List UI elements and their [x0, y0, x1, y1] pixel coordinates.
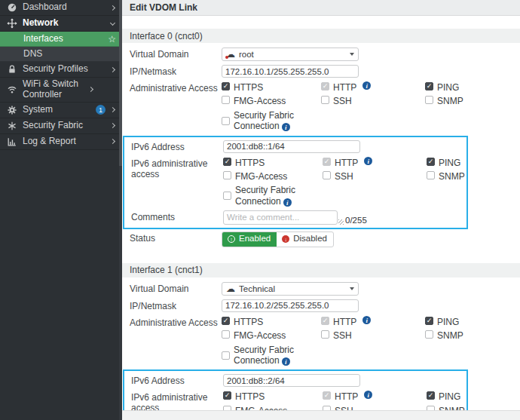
virtual-domain-row: Virtual Domain root: [130, 48, 512, 61]
http-checkbox[interactable]: HTTP: [321, 81, 425, 93]
checkbox-icon: [425, 330, 433, 339]
ip-netmask-input[interactable]: [222, 299, 359, 312]
sidebar-item-log-report[interactable]: Log & Report: [0, 134, 122, 150]
info-icon[interactable]: [283, 198, 292, 207]
ping-checkbox[interactable]: PING: [427, 157, 466, 168]
fmg-access-checkbox[interactable]: FMG-Access: [222, 330, 321, 341]
info-icon[interactable]: [362, 81, 371, 90]
admin-access-options: HTTPS HTTP PING FMG-Access SSH SNMP Secu…: [222, 81, 512, 132]
notification-badge: 1: [96, 105, 106, 115]
info-icon[interactable]: [282, 123, 290, 131]
footer-bar: [122, 410, 520, 420]
checkbox-icon: [223, 391, 231, 400]
page-header: Edit VDOM Link: [122, 0, 520, 16]
security-fabric-connection-checkbox[interactable]: Security Fabric Connection: [223, 184, 323, 207]
ipv6-address-input[interactable]: [223, 374, 360, 387]
ssh-checkbox[interactable]: SSH: [321, 95, 425, 106]
security-fabric-connection-checkbox[interactable]: Security Fabric Connection: [222, 344, 321, 366]
checkbox-icon: [222, 317, 230, 325]
virtual-domain-select[interactable]: root: [222, 48, 359, 61]
virtual-domain-select[interactable]: Technical: [222, 282, 359, 296]
info-icon[interactable]: [362, 316, 371, 324]
security-fabric-connection-checkbox[interactable]: Security Fabric Connection: [222, 109, 321, 132]
sidebar-item-label: Network: [23, 17, 109, 30]
sidebar-item-label: WiFi & Switch Controller: [23, 78, 87, 102]
snmp-checkbox[interactable]: SNMP: [425, 95, 512, 106]
resize-handle-icon[interactable]: [338, 219, 344, 225]
page-title: Edit VDOM Link: [130, 2, 197, 13]
status-disabled-button[interactable]: Disabled: [277, 232, 333, 247]
admin-access-row: Administrative Access HTTPS HTTP PING FM…: [130, 316, 512, 366]
sidebar-item-network[interactable]: Network: [0, 16, 122, 32]
checkbox-icon: [222, 117, 230, 125]
checkbox-icon: [321, 317, 329, 325]
sidebar-item-label: Dashboard: [23, 1, 109, 14]
sidebar-item-wifi-switch-controller[interactable]: WiFi & Switch Controller: [0, 78, 122, 103]
status-row: Status Enabled Disabled: [130, 231, 512, 247]
http-checkbox[interactable]: HTTP: [321, 316, 425, 327]
favorite-star-icon[interactable]: [108, 35, 116, 44]
ip-netmask-input[interactable]: [222, 65, 359, 78]
snmp-checkbox[interactable]: SNMP: [425, 330, 512, 341]
chevron-right-icon: [109, 66, 116, 73]
checkbox-icon: [323, 158, 331, 166]
https-checkbox[interactable]: HTTPS: [223, 391, 323, 402]
sidebar-item-label: System: [23, 103, 96, 117]
dashboard-icon: [6, 2, 18, 14]
sidebar-item-dns[interactable]: DNS: [0, 47, 122, 62]
sidebar-item-label: Security Fabric: [23, 119, 109, 133]
fmg-access-checkbox[interactable]: FMG-Access: [223, 170, 323, 182]
ping-checkbox[interactable]: PING: [425, 316, 512, 327]
sidebar-item-security-fabric[interactable]: Security Fabric: [0, 118, 122, 134]
sidebar-item-security-profiles[interactable]: Security Profiles: [0, 62, 122, 78]
ipv6-address-input[interactable]: [223, 140, 360, 153]
sidebar-item-interfaces[interactable]: Interfaces: [0, 32, 122, 47]
https-checkbox[interactable]: HTTPS: [222, 81, 321, 93]
dropdown-caret-icon: [350, 287, 354, 290]
checkbox-icon: [323, 171, 331, 179]
ping-checkbox[interactable]: PING: [425, 81, 512, 93]
comments-input[interactable]: [223, 210, 338, 225]
chevron-right-icon: [109, 122, 116, 129]
checkbox-icon: [321, 96, 329, 104]
fabric-icon: [6, 120, 18, 132]
status-toggle: Enabled Disabled: [222, 231, 334, 247]
sidebar-item-label: Security Profiles: [23, 63, 109, 76]
info-icon[interactable]: [364, 157, 372, 165]
ssh-checkbox[interactable]: SSH: [321, 330, 425, 341]
field-label: IPv6 administrative access: [131, 157, 223, 179]
ipv6-admin-access-row: IPv6 administrative access HTTPS HTTP PI…: [131, 157, 466, 207]
checkbox-icon: [223, 192, 231, 200]
https-checkbox[interactable]: HTTPS: [222, 316, 321, 327]
http-checkbox[interactable]: HTTP: [323, 391, 427, 402]
fmg-access-checkbox[interactable]: FMG-Access: [222, 95, 321, 106]
sidebar-item-label: Interfaces: [23, 32, 108, 46]
field-label: Administrative Access: [130, 316, 222, 328]
ping-checkbox[interactable]: PING: [427, 391, 466, 402]
snmp-checkbox[interactable]: SNMP: [427, 170, 466, 182]
field-label: Virtual Domain: [130, 48, 222, 60]
vdom-cloud-icon: [226, 50, 235, 59]
checkbox-icon: [222, 330, 230, 339]
info-icon[interactable]: [282, 357, 290, 366]
http-checkbox[interactable]: HTTP: [323, 157, 427, 168]
https-checkbox[interactable]: HTTPS: [223, 157, 323, 168]
selected-vdom: root: [239, 50, 346, 59]
sidebar-item-system[interactable]: System 1: [0, 103, 122, 118]
checkbox-icon: [223, 171, 231, 179]
sidebar-item-dashboard[interactable]: Dashboard: [0, 0, 122, 16]
info-icon[interactable]: [364, 391, 372, 399]
status-enabled-button[interactable]: Enabled: [222, 232, 277, 247]
checkbox-icon: [222, 351, 230, 360]
field-label: Virtual Domain: [130, 282, 222, 294]
ip-netmask-row: IP/Netmask: [130, 299, 512, 312]
chevron-right-icon: [109, 106, 116, 113]
ipv6-address-row: IPv6 Address: [131, 374, 466, 387]
comments-row: Comments 0/255: [131, 210, 466, 225]
section-header: Interface 1 (cnct1): [122, 263, 520, 277]
field-label: Administrative Access: [130, 81, 222, 94]
field-label: IPv6 Address: [131, 140, 223, 152]
field-label: IP/Netmask: [130, 65, 222, 77]
ssh-checkbox[interactable]: SSH: [323, 170, 427, 182]
checkbox-icon: [222, 82, 230, 90]
